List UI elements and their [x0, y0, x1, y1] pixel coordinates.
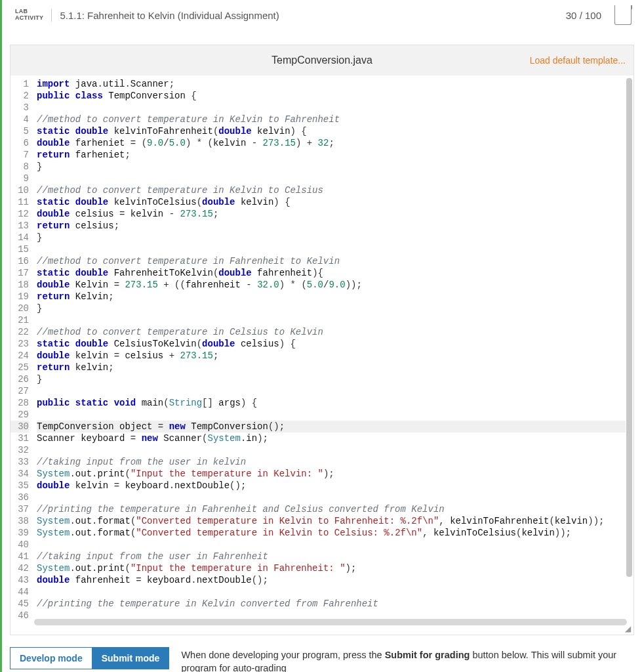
- code-editor-panel: TempConversion.java Load default templat…: [10, 45, 634, 635]
- code-line[interactable]: [37, 409, 633, 421]
- code-area[interactable]: import java.util.Scanner;public class Te…: [34, 75, 633, 619]
- footer-instructions: When done developing your program, press…: [181, 647, 634, 672]
- code-line[interactable]: TempConversion object = new TempConversi…: [37, 421, 633, 432]
- code-line[interactable]: //printing the temperature in Kelvin con…: [37, 598, 633, 610]
- footer-text-bold: Submit for grading: [385, 650, 470, 660]
- code-line[interactable]: static double kelvinToFahrenheit(double …: [37, 125, 633, 137]
- activity-header: LAB ACTIVITY 5.1.1: Fahrenheit to Kelvin…: [9, 0, 635, 30]
- mode-toggle: Develop mode Submit mode: [10, 647, 169, 669]
- code-line[interactable]: return farheniet;: [37, 149, 633, 161]
- code-line[interactable]: public static void main(String[] args) {: [37, 397, 633, 409]
- code-line[interactable]: //method to convert temperature in Celsi…: [37, 326, 633, 338]
- code-line[interactable]: [37, 102, 633, 114]
- code-line[interactable]: }: [37, 232, 633, 243]
- activity-title: 5.1.1: Fahrenheit to Kelvin (Individual …: [60, 10, 557, 21]
- code-line[interactable]: System.out.format("Converted temperature…: [37, 527, 633, 539]
- code-line[interactable]: [37, 243, 633, 255]
- code-line[interactable]: return Kelvin;: [37, 291, 633, 303]
- horizontal-scrollbar[interactable]: [34, 619, 627, 625]
- code-line[interactable]: //method to convert temperature in Fahre…: [37, 255, 633, 267]
- code-line[interactable]: System.out.format("Converted temperature…: [37, 515, 633, 527]
- code-line[interactable]: //taking input from the user in Fahrenhe…: [37, 551, 633, 562]
- submit-mode-button[interactable]: Submit mode: [92, 647, 170, 669]
- code-line[interactable]: double farheniet = (9.0/5.0) * (kelvin -…: [37, 137, 633, 149]
- code-line[interactable]: double Kelvin = 273.15 + ((fahrenheit - …: [37, 279, 633, 291]
- code-line[interactable]: System.out.print("Input the temperature …: [37, 562, 633, 574]
- code-line[interactable]: }: [37, 303, 633, 314]
- code-line[interactable]: //printing the temperature in Fahrenheit…: [37, 503, 633, 515]
- code-line[interactable]: import java.util.Scanner;: [37, 78, 633, 90]
- code-line[interactable]: double kelvin = celsius + 273.15;: [37, 350, 633, 362]
- code-line[interactable]: static double CelsiusToKelvin(double cel…: [37, 338, 633, 350]
- code-line[interactable]: System.out.print("Input the temperature …: [37, 468, 633, 480]
- code-line[interactable]: Scanner keyboard = new Scanner(System.in…: [37, 432, 633, 444]
- load-default-template-link[interactable]: Load default template...: [530, 55, 626, 66]
- line-number-gutter: 1234567891011121314151617181920212223242…: [10, 75, 34, 619]
- code-line[interactable]: }: [37, 373, 633, 385]
- bookmark-icon[interactable]: [614, 5, 632, 25]
- lab-activity-label: LAB ACTIVITY: [11, 9, 52, 22]
- code-line[interactable]: double kelvin = keyboard.nextDouble();: [37, 480, 633, 492]
- file-header: TempConversion.java Load default templat…: [10, 45, 633, 75]
- footer-text-prefix: When done developing your program, press…: [181, 650, 384, 660]
- code-line[interactable]: //method to convert temperature in Kelvi…: [37, 114, 633, 125]
- code-line[interactable]: [37, 610, 633, 619]
- code-line[interactable]: //method to convert temperature in Kelvi…: [37, 184, 633, 196]
- develop-mode-button[interactable]: Develop mode: [10, 647, 92, 669]
- code-line[interactable]: [37, 385, 633, 397]
- vertical-scrollbar-thumb[interactable]: [626, 78, 632, 577]
- code-line[interactable]: [37, 173, 633, 184]
- code-line[interactable]: [37, 539, 633, 551]
- code-line[interactable]: [37, 314, 633, 326]
- activity-score: 30 / 100: [566, 10, 601, 21]
- horizontal-scrollbar-thumb[interactable]: [34, 619, 627, 625]
- code-line[interactable]: [37, 586, 633, 598]
- vertical-scrollbar[interactable]: [626, 78, 632, 616]
- code-line[interactable]: return kelvin;: [37, 362, 633, 373]
- code-line[interactable]: double celsius = kelvin - 273.15;: [37, 208, 633, 220]
- code-line[interactable]: return celsius;: [37, 220, 633, 232]
- code-line[interactable]: static double FahrenheitToKelvin(double …: [37, 267, 633, 279]
- code-line[interactable]: double fahrenheit = keyboard.nextDouble(…: [37, 574, 633, 586]
- footer: Develop mode Submit mode When done devel…: [9, 635, 635, 672]
- code-editor[interactable]: 1234567891011121314151617181920212223242…: [10, 75, 633, 619]
- lab-label-line2: ACTIVITY: [15, 15, 43, 22]
- code-line[interactable]: public class TempConversion {: [37, 90, 633, 102]
- code-line[interactable]: static double kelvinToCelsius(double kel…: [37, 196, 633, 208]
- resize-handle[interactable]: ◢: [10, 625, 633, 635]
- filename: TempConversion.java: [271, 54, 372, 66]
- code-line[interactable]: //taking input from the user in kelvin: [37, 456, 633, 468]
- code-line[interactable]: [37, 492, 633, 503]
- code-line[interactable]: }: [37, 161, 633, 173]
- code-line[interactable]: [37, 444, 633, 456]
